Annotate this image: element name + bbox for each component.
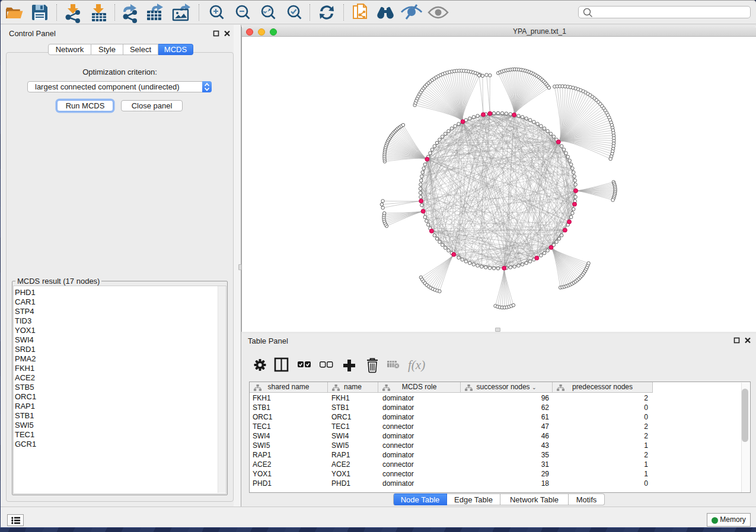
svg-text:f(x): f(x) [408, 358, 425, 372]
